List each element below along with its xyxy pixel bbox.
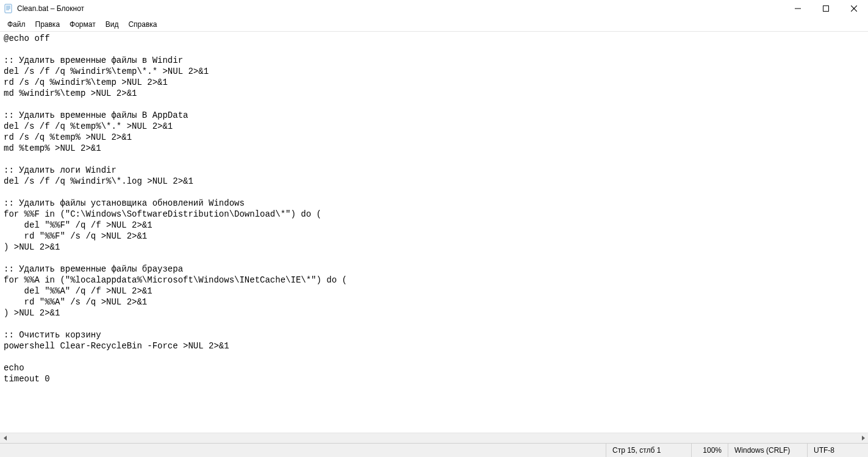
status-filler	[0, 444, 606, 457]
menu-edit[interactable]: Правка	[30, 18, 65, 31]
status-eol: Windows (CRLF)	[728, 444, 807, 457]
scroll-track[interactable]	[10, 433, 858, 443]
scroll-right-arrow-icon[interactable]	[858, 433, 868, 444]
horizontal-scrollbar[interactable]	[0, 433, 868, 443]
statusbar: Стр 15, стлб 1 100% Windows (CRLF) UTF-8	[0, 443, 868, 457]
text-editor[interactable]: @echo off :: Удалить временные файлы в W…	[0, 32, 868, 433]
menu-view[interactable]: Вид	[101, 18, 124, 31]
close-button[interactable]	[840, 0, 868, 17]
notepad-icon	[4, 4, 13, 13]
status-zoom[interactable]: 100%	[691, 444, 728, 457]
maximize-button[interactable]	[812, 0, 840, 17]
svg-rect-6	[823, 6, 829, 12]
menu-format[interactable]: Формат	[65, 18, 101, 31]
titlebar[interactable]: Clean.bat – Блокнот	[0, 0, 868, 17]
scroll-left-arrow-icon[interactable]	[0, 433, 10, 444]
svg-marker-9	[4, 436, 7, 441]
status-cursor-position: Стр 15, стлб 1	[606, 444, 691, 457]
editor-container: @echo off :: Удалить временные файлы в W…	[0, 32, 868, 433]
svg-marker-10	[862, 436, 865, 441]
window-title: Clean.bat – Блокнот	[17, 4, 84, 13]
minimize-button[interactable]	[784, 0, 812, 17]
menu-help[interactable]: Справка	[123, 18, 162, 31]
menubar: Файл Правка Формат Вид Справка	[0, 17, 868, 32]
status-encoding: UTF-8	[807, 444, 868, 457]
menu-file[interactable]: Файл	[2, 18, 30, 31]
notepad-window: Clean.bat – Блокнот Файл Правка Формат В…	[0, 0, 868, 457]
window-controls	[784, 0, 868, 17]
